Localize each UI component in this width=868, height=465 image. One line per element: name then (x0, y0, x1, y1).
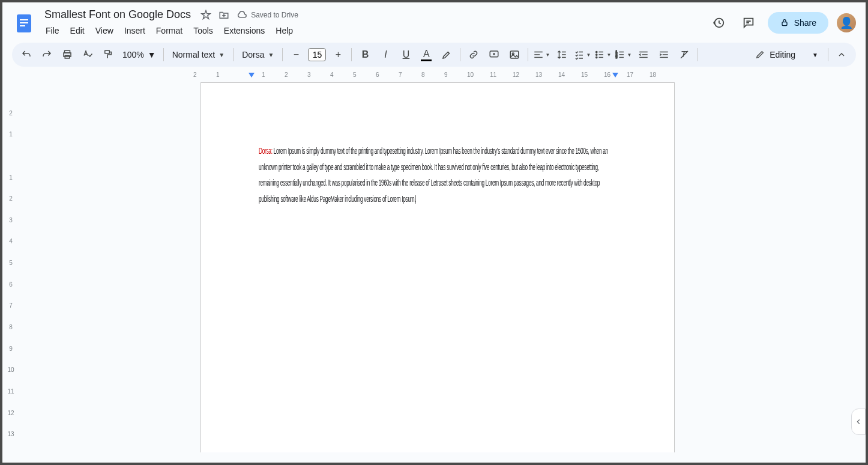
svg-text:1: 1 (616, 50, 618, 53)
star-icon[interactable] (200, 10, 211, 20)
docs-logo-icon[interactable] (12, 11, 36, 35)
paint-format-button[interactable] (98, 45, 118, 64)
svg-text:3: 3 (616, 55, 618, 59)
menu-tools[interactable]: Tools (188, 23, 218, 38)
font-size-decrease[interactable]: − (286, 45, 306, 64)
chevron-down-icon: ▼ (268, 52, 274, 58)
line-spacing-button[interactable] (552, 45, 571, 64)
svg-point-14 (596, 54, 597, 55)
svg-point-13 (596, 51, 597, 52)
insert-image-button[interactable] (505, 45, 524, 64)
redo-button[interactable] (37, 45, 56, 64)
document-page[interactable]: Dorsa: Lorem Ipsum is simply dummy text … (200, 82, 675, 452)
separator (282, 48, 283, 61)
move-icon[interactable] (219, 10, 229, 20)
svg-rect-1 (20, 19, 28, 20)
avatar[interactable]: 👤 (837, 13, 856, 32)
menu-insert[interactable]: Insert (119, 23, 150, 38)
indent-decrease-button[interactable] (634, 45, 653, 64)
indent-marker-right[interactable] (612, 73, 618, 78)
svg-rect-9 (105, 50, 110, 53)
separator (233, 48, 234, 61)
svg-rect-8 (65, 56, 70, 59)
insert-link-button[interactable] (464, 45, 483, 64)
spellcheck-button[interactable] (78, 45, 97, 64)
svg-rect-0 (17, 14, 31, 32)
undo-button[interactable] (17, 45, 36, 64)
separator (828, 48, 828, 61)
body-paragraph: Lorem Ipsum is simply dummy text of the … (259, 145, 608, 204)
numbered-list-button[interactable]: 123▼ (613, 45, 633, 64)
menu-bar: File Edit View Insert Format Tools Exten… (41, 23, 703, 38)
separator (698, 48, 698, 61)
text-cursor (415, 195, 416, 204)
collapse-toolbar-button[interactable] (832, 45, 851, 64)
align-button[interactable]: ▼ (532, 45, 551, 64)
insert-comment-button[interactable] (484, 45, 504, 64)
svg-rect-3 (20, 25, 25, 26)
svg-point-15 (596, 56, 597, 58)
font-family-select[interactable]: Dorsa▼ (237, 47, 279, 62)
header-bar: Smallest Font on Google Docs Saved to Dr… (2, 2, 866, 38)
svg-rect-2 (20, 22, 28, 23)
checklist-button[interactable]: ▼ (573, 45, 592, 64)
svg-rect-5 (782, 22, 787, 25)
svg-rect-11 (511, 51, 519, 58)
separator (163, 48, 164, 61)
svg-rect-7 (64, 53, 71, 56)
document-canvas[interactable]: Dorsa: Lorem Ipsum is simply dummy text … (19, 82, 866, 452)
saved-status[interactable]: Saved to Drive (237, 10, 298, 20)
svg-rect-6 (65, 50, 70, 53)
clear-formatting-button[interactable] (675, 45, 694, 64)
chevron-down-icon: ▼ (812, 52, 818, 58)
underline-button[interactable]: U (396, 45, 415, 64)
svg-text:2: 2 (616, 53, 618, 56)
font-name-label: Dorsa: (259, 145, 273, 156)
separator (351, 48, 352, 61)
bold-button[interactable]: B (355, 45, 375, 64)
horizontal-ruler[interactable]: 21123456789101112131415161718 (19, 71, 866, 82)
svg-rect-10 (490, 51, 499, 57)
toolbar: 100%▼ Normal text▼ Dorsa▼ − + B I U A ▼ … (12, 43, 856, 67)
menu-edit[interactable]: Edit (65, 23, 89, 38)
menu-help[interactable]: Help (271, 23, 298, 38)
zoom-select[interactable]: 100%▼ (119, 47, 160, 62)
svg-point-12 (513, 53, 514, 55)
vertical-ruler[interactable]: 2112345678910111213 (2, 82, 19, 452)
comments-icon[interactable] (738, 12, 759, 34)
side-panel-toggle[interactable] (851, 409, 866, 435)
indent-increase-button[interactable] (654, 45, 674, 64)
italic-button[interactable]: I (376, 45, 395, 64)
separator (528, 48, 528, 61)
chevron-down-icon: ▼ (219, 52, 225, 58)
font-size-increase[interactable]: + (328, 45, 348, 64)
svg-point-4 (714, 18, 723, 27)
document-title[interactable]: Smallest Font on Google Docs (41, 7, 194, 22)
history-icon[interactable] (708, 12, 729, 34)
menu-view[interactable]: View (91, 23, 118, 38)
font-size-input[interactable] (308, 48, 326, 61)
menu-file[interactable]: File (41, 23, 64, 38)
print-button[interactable] (58, 45, 77, 64)
document-body-text[interactable]: Dorsa: Lorem Ipsum is simply dummy text … (259, 143, 617, 207)
bullet-list-button[interactable]: ▼ (593, 45, 612, 64)
chevron-down-icon: ▼ (148, 50, 156, 59)
share-button[interactable]: Share (768, 12, 828, 34)
editing-mode-button[interactable]: Editing ▼ (749, 47, 824, 62)
highlight-button[interactable] (437, 45, 456, 64)
text-color-button[interactable]: A (417, 45, 436, 64)
menu-extensions[interactable]: Extensions (219, 23, 270, 38)
indent-marker-left[interactable] (249, 73, 255, 78)
paragraph-style-select[interactable]: Normal text▼ (167, 47, 229, 62)
menu-format[interactable]: Format (151, 23, 187, 38)
separator (460, 48, 460, 61)
